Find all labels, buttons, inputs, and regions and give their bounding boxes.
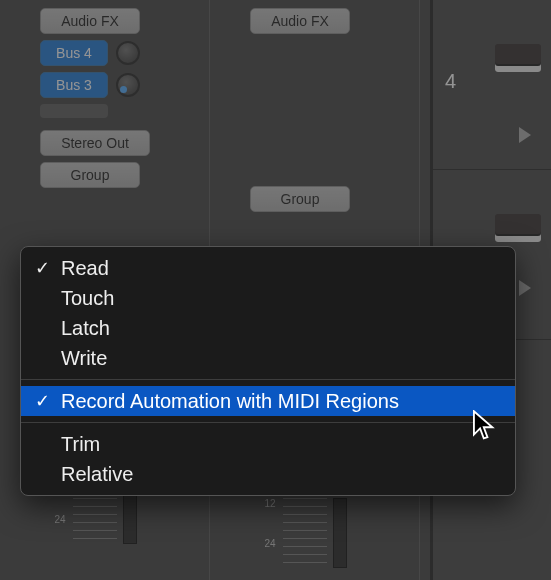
send-knob[interactable] bbox=[116, 73, 140, 97]
instrument-icon bbox=[495, 214, 541, 242]
send-bus-button[interactable]: Bus 3 bbox=[40, 72, 108, 98]
disclosure-triangle-icon[interactable] bbox=[519, 280, 531, 296]
send-slot-empty[interactable] bbox=[40, 104, 108, 118]
menu-item-record-automation-midi[interactable]: Record Automation with MIDI Regions bbox=[21, 386, 515, 416]
level-meter bbox=[333, 498, 347, 568]
menu-item-latch[interactable]: Latch bbox=[21, 313, 515, 343]
ruler-tick: 12 bbox=[265, 498, 276, 509]
output-button[interactable]: Stereo Out bbox=[40, 130, 150, 156]
track-header[interactable]: 4 bbox=[433, 0, 551, 170]
audio-fx-slot[interactable]: Audio FX bbox=[250, 8, 350, 34]
menu-item-write[interactable]: Write bbox=[21, 343, 515, 373]
audio-fx-slot[interactable]: Audio FX bbox=[40, 8, 140, 34]
track-number: 4 bbox=[445, 70, 456, 93]
menu-item-touch[interactable]: Touch bbox=[21, 283, 515, 313]
instrument-icon bbox=[495, 44, 541, 72]
automation-mode-menu: Read Touch Latch Write Record Automation… bbox=[20, 246, 516, 496]
ruler-tick: 24 bbox=[265, 538, 276, 549]
fader-area: 12 24 bbox=[220, 498, 409, 568]
send-knob[interactable] bbox=[116, 41, 140, 65]
fader-ruler[interactable] bbox=[283, 498, 327, 568]
menu-separator bbox=[21, 379, 515, 380]
menu-item-read[interactable]: Read bbox=[21, 253, 515, 283]
ruler-tick: 24 bbox=[55, 514, 66, 525]
group-button[interactable]: Group bbox=[40, 162, 140, 188]
group-button[interactable]: Group bbox=[250, 186, 350, 212]
send-bus-button[interactable]: Bus 4 bbox=[40, 40, 108, 66]
menu-item-trim[interactable]: Trim bbox=[21, 429, 515, 459]
disclosure-triangle-icon[interactable] bbox=[519, 127, 531, 143]
menu-item-relative[interactable]: Relative bbox=[21, 459, 515, 489]
menu-separator bbox=[21, 422, 515, 423]
